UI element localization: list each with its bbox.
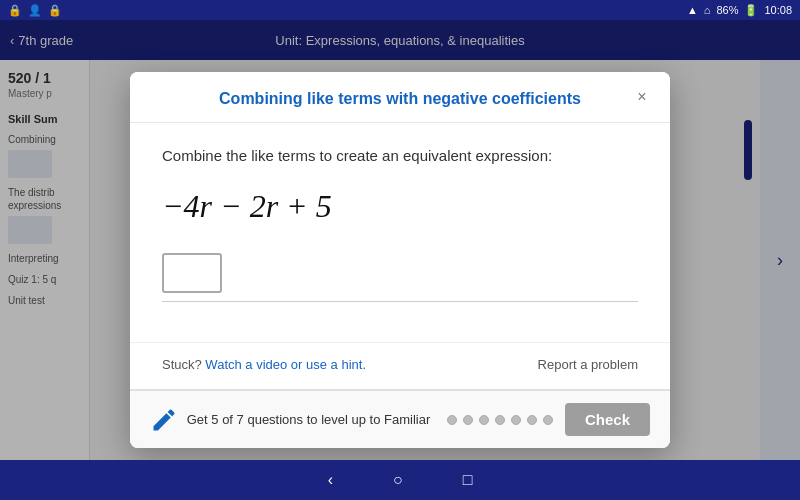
close-icon: ×: [637, 88, 646, 106]
level-up-text: Get 5 of 7 questions to level up to Fami…: [178, 412, 439, 427]
answer-input[interactable]: [162, 253, 222, 293]
modal-body: Combine the like terms to create an equi…: [130, 123, 670, 342]
progress-dots: [447, 415, 553, 425]
question-prompt: Combine the like terms to create an equi…: [162, 147, 638, 164]
shield-icon: 🔒: [48, 4, 62, 17]
status-bar-left: 🔒 👤 🔒: [8, 4, 62, 17]
status-bar: 🔒 👤 🔒 ▲ ⌂ 86% 🔋 10:08: [0, 0, 800, 20]
dot-6: [527, 415, 537, 425]
battery-icon: 🔋: [744, 4, 758, 17]
dot-4: [495, 415, 505, 425]
stuck-text: Stuck?: [162, 357, 205, 372]
modal-title: Combining like terms with negative coeff…: [219, 90, 581, 108]
report-problem-link[interactable]: Report a problem: [538, 357, 638, 372]
person-icon: 👤: [28, 4, 42, 17]
recent-nav-button[interactable]: □: [463, 471, 473, 489]
modal-dialog: Combining like terms with negative coeff…: [130, 72, 670, 448]
math-expression: −4r − 2r + 5: [162, 188, 638, 225]
answer-line: [162, 301, 638, 302]
status-bar-right: ▲ ⌂ 86% 🔋 10:08: [687, 4, 792, 17]
hint-link[interactable]: Watch a video or use a hint.: [205, 357, 366, 372]
answer-box-container: [162, 253, 638, 302]
dot-7: [543, 415, 553, 425]
lock-icon: 🔒: [8, 4, 22, 17]
signal-icon: ⌂: [704, 4, 711, 16]
android-nav: ‹ ○ □: [0, 460, 800, 500]
pencil-icon[interactable]: [150, 406, 178, 434]
clock: 10:08: [764, 4, 792, 16]
modal-hints: Stuck? Watch a video or use a hint. Repo…: [130, 342, 670, 389]
modal-overlay: Combining like terms with negative coeff…: [0, 20, 800, 500]
dot-3: [479, 415, 489, 425]
dot-2: [463, 415, 473, 425]
modal-header: Combining like terms with negative coeff…: [130, 72, 670, 123]
stuck-section: Stuck? Watch a video or use a hint.: [162, 355, 366, 373]
dot-1: [447, 415, 457, 425]
home-nav-button[interactable]: ○: [393, 471, 403, 489]
battery-percentage: 86%: [716, 4, 738, 16]
modal-footer: Get 5 of 7 questions to level up to Fami…: [130, 389, 670, 448]
background-app: ‹ 7th grade Unit: Expressions, equations…: [0, 20, 800, 500]
back-nav-button[interactable]: ‹: [328, 471, 333, 489]
dot-5: [511, 415, 521, 425]
wifi-icon: ▲: [687, 4, 698, 16]
close-button[interactable]: ×: [630, 85, 654, 109]
check-button[interactable]: Check: [565, 403, 650, 436]
